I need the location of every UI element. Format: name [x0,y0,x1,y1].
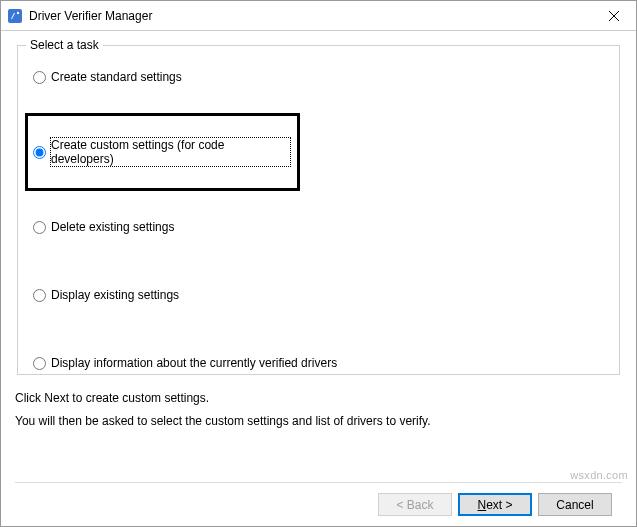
radio-option-display-existing[interactable]: Display existing settings [32,286,605,304]
window-title: Driver Verifier Manager [29,9,591,23]
button-bar: < Back Next > Cancel [15,482,622,526]
radio-label: Display existing settings [51,288,179,302]
radio-option-delete[interactable]: Delete existing settings [32,218,605,236]
app-icon [7,8,23,24]
svg-point-1 [17,11,19,13]
radio-option-custom[interactable]: Create custom settings (for code develop… [32,136,291,168]
close-icon [609,11,619,21]
radio-option-display-current[interactable]: Display information about the currently … [32,354,605,372]
close-button[interactable] [591,1,636,30]
back-button: < Back [378,493,452,516]
radio-input-standard[interactable] [33,71,46,84]
radio-input-delete[interactable] [33,221,46,234]
titlebar: Driver Verifier Manager [1,1,636,31]
next-rest: ext > [486,498,512,512]
radio-input-display-existing[interactable] [33,289,46,302]
content-area: Select a task Create standard settings C… [1,31,636,526]
radio-label: Display information about the currently … [51,356,337,370]
radio-option-standard[interactable]: Create standard settings [32,68,605,86]
next-button[interactable]: Next > [458,493,532,516]
groupbox-label: Select a task [26,38,103,52]
radio-label: Create standard settings [51,70,182,84]
instruction-line: You will then be asked to select the cus… [15,410,622,433]
cancel-button[interactable]: Cancel [538,493,612,516]
highlight-box: Create custom settings (for code develop… [25,113,300,191]
radio-input-custom[interactable] [33,146,46,159]
mnemonic: N [477,498,486,512]
radio-label: Delete existing settings [51,220,174,234]
svg-rect-0 [8,9,22,23]
task-groupbox: Select a task Create standard settings C… [17,45,620,375]
radio-label: Create custom settings (for code develop… [51,138,290,166]
instruction-line: Click Next to create custom settings. [15,387,622,410]
radio-input-display-current[interactable] [33,357,46,370]
dialog-window: Driver Verifier Manager Select a task Cr… [0,0,637,527]
